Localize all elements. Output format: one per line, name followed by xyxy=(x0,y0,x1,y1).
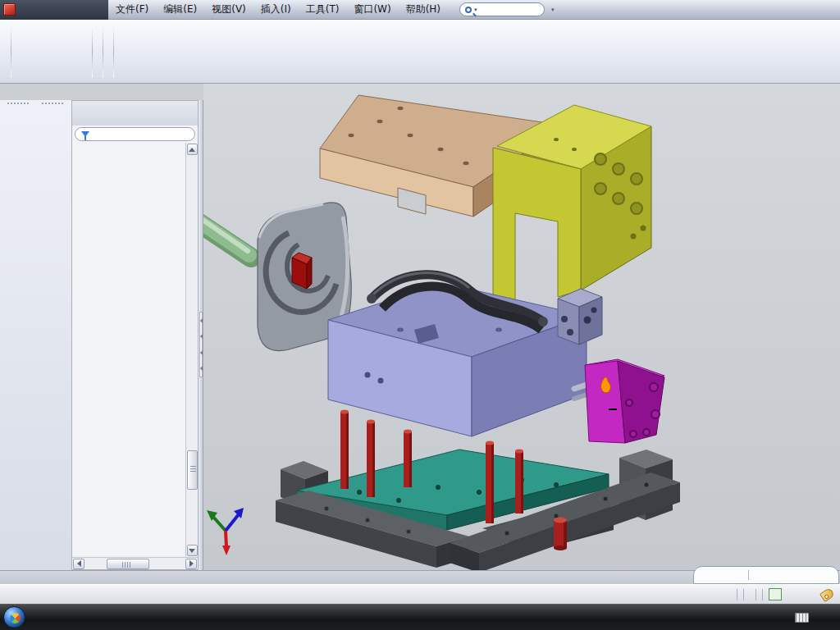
scroll-up-button[interactable] xyxy=(187,144,198,155)
taskbar xyxy=(0,604,840,630)
command-manager xyxy=(0,20,840,84)
tree-horizontal-scrollbar[interactable] xyxy=(72,557,198,569)
search-input[interactable] xyxy=(480,3,521,16)
mold-tools-toolbar xyxy=(36,100,69,570)
start-button[interactable] xyxy=(3,606,25,628)
part-clamp-plate[interactable] xyxy=(493,105,651,318)
sketch-entities-grid xyxy=(14,21,89,81)
left-toolbars xyxy=(0,100,72,570)
quick-tips-button[interactable] xyxy=(769,588,782,600)
menu-bar: 文件(F)编辑(E)视图(V)插入(I)工具(T)窗口(W)帮助(H) xyxy=(108,0,448,20)
scroll-right-button[interactable] xyxy=(185,559,197,569)
search-icon xyxy=(465,7,472,13)
divider xyxy=(762,589,763,600)
modify-group xyxy=(95,21,100,81)
graphics-area[interactable] xyxy=(203,84,840,570)
menu-item[interactable]: 工具(T) xyxy=(299,0,347,20)
tag-icon[interactable] xyxy=(819,587,835,601)
status-bar xyxy=(0,584,840,604)
toolbar-separator xyxy=(113,25,114,78)
solidworks-window: 文件(F)编辑(E)视图(V)插入(I)工具(T)窗口(W)帮助(H) ▾ ▾ xyxy=(0,0,840,630)
tree-filter[interactable] xyxy=(75,127,195,141)
panel-tab-overflow[interactable] xyxy=(188,123,196,126)
app-logo xyxy=(0,0,108,20)
orientation-triad xyxy=(207,508,244,555)
toolbar-drag-handle[interactable] xyxy=(7,103,29,107)
feature-manager-panel xyxy=(72,100,199,570)
solidworks-logo-icon xyxy=(3,3,16,16)
scroll-left-button[interactable] xyxy=(73,559,84,569)
panel-tabs xyxy=(72,101,198,126)
filter-icon xyxy=(81,131,89,137)
feature-tree xyxy=(72,143,185,557)
sketch-group xyxy=(3,21,8,81)
model-canvas xyxy=(203,84,840,570)
panel-splitter[interactable] xyxy=(199,100,203,570)
network-speed-overlay xyxy=(693,566,839,584)
tools-group xyxy=(116,21,121,81)
toolbar-separator xyxy=(11,25,11,78)
toolbar-separator xyxy=(92,25,93,78)
splitter-handle[interactable] xyxy=(199,312,203,377)
part-cavity-block[interactable] xyxy=(328,273,589,436)
divider xyxy=(743,589,744,600)
toolbar-separator xyxy=(103,25,103,78)
divider xyxy=(756,589,756,600)
divider xyxy=(737,589,737,600)
menu-item[interactable]: 文件(F) xyxy=(108,0,156,20)
toolbar-drag-handle[interactable] xyxy=(42,103,63,107)
feature-tooltip xyxy=(609,409,617,410)
search-box[interactable]: ▾ xyxy=(459,2,545,16)
chevron-down-icon[interactable]: ▾ xyxy=(551,7,555,13)
divider xyxy=(748,570,749,580)
system-tray xyxy=(795,613,837,623)
scrollbar-thumb[interactable] xyxy=(187,450,198,490)
title-bar: 文件(F)编辑(E)视图(V)插入(I)工具(T)窗口(W)帮助(H) ▾ ▾ xyxy=(0,0,840,20)
scroll-down-button[interactable] xyxy=(187,545,198,556)
pattern-group xyxy=(106,21,111,81)
menu-item[interactable]: 视图(V) xyxy=(204,0,253,20)
features-toolbar xyxy=(2,100,34,570)
input-method-icon[interactable] xyxy=(795,613,809,623)
menu-item[interactable]: 编辑(E) xyxy=(156,0,204,20)
menu-item[interactable]: 帮助(H) xyxy=(399,0,448,20)
menu-item[interactable]: 窗口(W) xyxy=(346,0,398,20)
filter-input[interactable] xyxy=(93,128,167,140)
part-connector-block[interactable] xyxy=(558,289,602,345)
part-ejector-block[interactable] xyxy=(585,359,664,443)
menu-item[interactable]: 插入(I) xyxy=(253,0,299,20)
tree-vertical-scrollbar[interactable] xyxy=(185,143,198,557)
chevron-down-icon[interactable]: ▾ xyxy=(474,7,477,13)
scrollbar-thumb[interactable] xyxy=(107,559,149,569)
